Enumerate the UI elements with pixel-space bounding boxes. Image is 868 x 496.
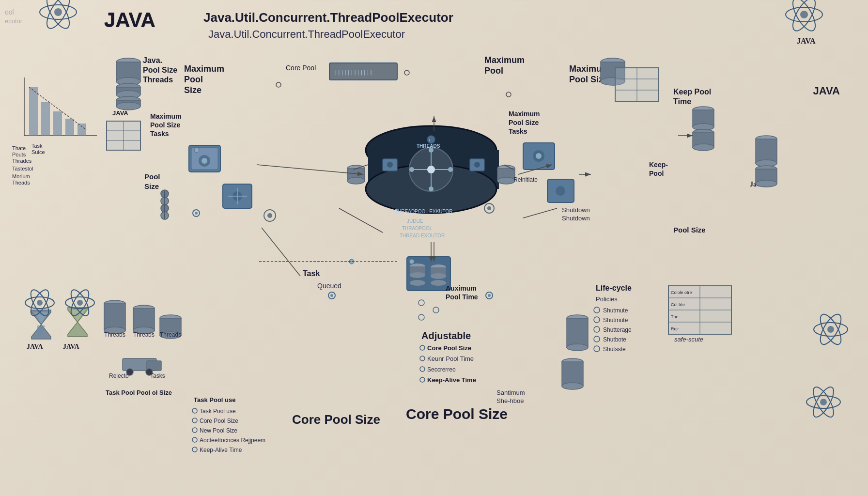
java-title-right: JAVA	[813, 85, 840, 97]
background	[0, 0, 868, 496]
java-title-left: JAVA	[104, 9, 155, 32]
